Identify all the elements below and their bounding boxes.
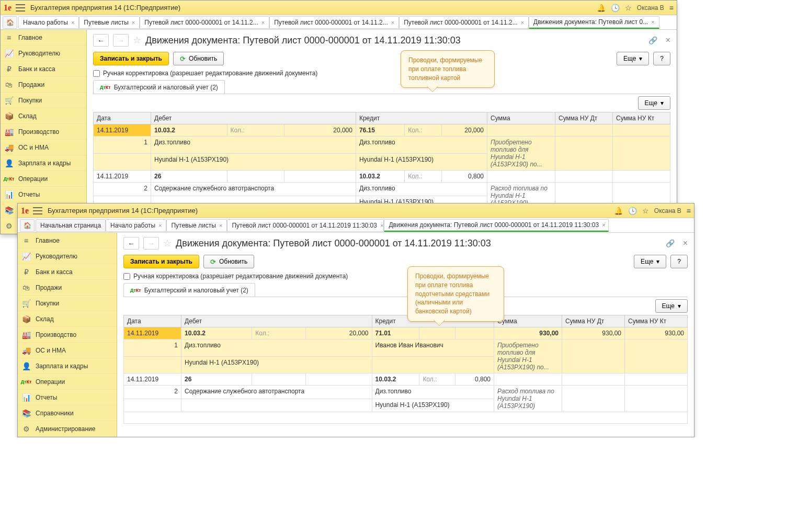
col-sum-nu-kt[interactable]: Сумма НУ Кт bbox=[613, 112, 670, 124]
table-row[interactable]: 1 Диз.топливо Иванов Иван Иванович Приоб… bbox=[124, 339, 688, 357]
col-date[interactable]: Дата bbox=[94, 112, 151, 124]
col-sum-nu-dt[interactable]: Сумма НУ Дт bbox=[555, 112, 613, 124]
back-button[interactable]: ← bbox=[93, 34, 109, 47]
refresh-button[interactable]: ⟳Обновить bbox=[173, 52, 224, 65]
close-icon[interactable]: × bbox=[261, 19, 265, 26]
col-debit[interactable]: Дебет bbox=[181, 315, 372, 327]
home-page-tab[interactable]: Начальная страница bbox=[36, 219, 106, 232]
sidebar-item-warehouse[interactable]: 📦Склад bbox=[1, 108, 86, 124]
more-button[interactable]: Еще ▾ bbox=[634, 255, 666, 268]
col-credit[interactable]: Кредит bbox=[356, 112, 487, 124]
tab-item[interactable]: Путевой лист 0000-000001 от 14.11.2019 1… bbox=[227, 219, 384, 232]
sidebar-item-assets[interactable]: 🚚ОС и НМА bbox=[1, 140, 86, 155]
tab-item-active[interactable]: Движения документа: Путевой лист 0...× bbox=[529, 16, 659, 29]
sidebar-item-admin[interactable]: ⚙Администрирование bbox=[18, 421, 117, 437]
tab-item[interactable]: Путевые листы× bbox=[166, 219, 227, 232]
link-icon[interactable]: 🔗 bbox=[648, 36, 657, 44]
link-icon[interactable]: 🔗 bbox=[666, 239, 675, 247]
sidebar-item-bank[interactable]: ₽Банк и касса bbox=[1, 61, 86, 77]
star-icon[interactable]: ☆ bbox=[625, 4, 632, 12]
bell-icon[interactable]: 🔔 bbox=[614, 207, 623, 215]
tab-item[interactable]: Начало работы× bbox=[18, 16, 79, 29]
close-icon[interactable]: × bbox=[380, 222, 383, 229]
tab-accounting[interactable]: ДтКт Бухгалтерский и налоговый учет (2) bbox=[93, 80, 225, 94]
manual-edit-checkbox[interactable] bbox=[123, 273, 130, 280]
help-button[interactable]: ? bbox=[670, 255, 688, 268]
table-row[interactable]: 2 Содержание служебного автотранспорта Д… bbox=[124, 386, 688, 399]
tab-item[interactable]: Путевой лист 0000-000001 от 14.11.2...× bbox=[269, 16, 399, 29]
history-icon[interactable]: 🕓 bbox=[628, 207, 637, 215]
sidebar-item-bank[interactable]: ₽Банк и касса bbox=[18, 264, 117, 280]
tab-item[interactable]: Начало работы× bbox=[106, 219, 166, 232]
bell-icon[interactable]: 🔔 bbox=[597, 4, 606, 12]
sidebar-item-purchases[interactable]: 🛒Покупки bbox=[18, 296, 117, 311]
col-date[interactable]: Дата bbox=[124, 315, 181, 327]
sidebar-item-manager[interactable]: 📈Руководителю bbox=[18, 248, 117, 264]
table-row[interactable]: 1 Диз.топливо Диз.топливо Приобретено то… bbox=[94, 137, 670, 154]
col-sum-nu-kt[interactable]: Сумма НУ Кт bbox=[625, 315, 688, 327]
save-close-button[interactable]: Записать и закрыть bbox=[93, 52, 169, 65]
close-icon[interactable]: × bbox=[602, 222, 605, 228]
sidebar-item-salary[interactable]: 👤Зарплата и кадры bbox=[18, 358, 117, 374]
refresh-button[interactable]: ⟳Обновить bbox=[203, 255, 254, 268]
close-icon[interactable]: × bbox=[71, 19, 74, 26]
tab-item-active[interactable]: Движения документа: Путевой лист 0000-00… bbox=[384, 219, 609, 232]
forward-button[interactable]: → bbox=[143, 237, 159, 250]
sidebar-item-reports[interactable]: 📊Отчеты bbox=[1, 187, 86, 202]
more-button[interactable]: Еще ▾ bbox=[617, 52, 649, 65]
close-page-icon[interactable]: × bbox=[666, 36, 670, 45]
close-icon[interactable]: × bbox=[158, 222, 162, 229]
menu-icon[interactable] bbox=[33, 207, 42, 214]
table-more-button[interactable]: Еще ▾ bbox=[655, 299, 688, 313]
user-label[interactable]: Оксана В bbox=[654, 207, 681, 214]
sidebar-item-salary[interactable]: 👤Зарплата и кадры bbox=[1, 155, 86, 171]
sidebar-item-operations[interactable]: ДтКтОперации bbox=[18, 374, 117, 390]
sidebar-item-main[interactable]: ≡Главное bbox=[18, 233, 117, 248]
close-icon[interactable]: × bbox=[132, 19, 135, 26]
close-page-icon[interactable]: × bbox=[683, 239, 688, 248]
table-row[interactable]: 14.11.2019 26 10.03.2Кол.:0,800 bbox=[124, 373, 688, 386]
sidebar-item-warehouse[interactable]: 📦Склад bbox=[18, 311, 117, 327]
tab-item[interactable]: Путевой лист 0000-000001 от 14.11.2...× bbox=[399, 16, 529, 29]
tab-accounting[interactable]: ДтКт Бухгалтерский и налоговый учет (2) bbox=[123, 283, 255, 297]
sidebar-item-main[interactable]: ≡Главное bbox=[1, 30, 86, 46]
sidebar-item-operations[interactable]: ДтКтОперации bbox=[1, 171, 86, 187]
filter-icon[interactable]: ≡ bbox=[687, 207, 691, 215]
menu-icon[interactable] bbox=[16, 4, 25, 12]
table-row[interactable]: 14.11.2019 10.03.2Кол.:20,000 76.15Кол.:… bbox=[94, 124, 670, 137]
sidebar-item-reports[interactable]: 📊Отчеты bbox=[18, 390, 117, 405]
sidebar-item-directories[interactable]: 📚Справочники bbox=[18, 405, 117, 421]
forward-button[interactable]: → bbox=[113, 34, 129, 47]
sidebar-item-assets[interactable]: 🚚ОС и НМА bbox=[18, 343, 117, 358]
col-sum[interactable]: Сумма bbox=[487, 112, 555, 124]
sidebar-item-production[interactable]: 🏭Производство bbox=[1, 124, 86, 140]
history-icon[interactable]: 🕓 bbox=[611, 4, 620, 12]
col-sum-nu-dt[interactable]: Сумма НУ Дт bbox=[562, 315, 625, 327]
table-row[interactable]: 14.11.2019 10.03.2Кол.:20,000 71.01 930,… bbox=[124, 327, 688, 339]
favorite-star-icon[interactable]: ☆ bbox=[163, 237, 172, 249]
back-button[interactable]: ← bbox=[123, 237, 139, 250]
table-row[interactable]: 14.11.2019 26 10.03.2Кол.:0,800 bbox=[94, 171, 670, 183]
home-tab-icon[interactable]: 🏠 bbox=[20, 219, 35, 232]
sidebar-item-production[interactable]: 🏭Производство bbox=[18, 327, 117, 343]
save-close-button[interactable]: Записать и закрыть bbox=[123, 255, 199, 268]
tab-item[interactable]: Путевой лист 0000-000001 от 14.11.2...× bbox=[140, 16, 269, 29]
help-button[interactable]: ? bbox=[653, 52, 670, 65]
table-row[interactable]: 2 Содержание служебного автотранспорта Д… bbox=[94, 183, 670, 196]
sidebar-item-manager[interactable]: 📈Руководителю bbox=[1, 46, 86, 61]
sidebar-item-purchases[interactable]: 🛒Покупки bbox=[1, 93, 86, 108]
close-icon[interactable]: × bbox=[651, 19, 654, 25]
table-more-button[interactable]: Еще ▾ bbox=[638, 96, 670, 110]
col-sum[interactable]: Сумма bbox=[494, 315, 562, 327]
manual-edit-checkbox[interactable] bbox=[93, 70, 100, 77]
tab-item[interactable]: Путевые листы× bbox=[79, 16, 140, 29]
close-icon[interactable]: × bbox=[391, 19, 394, 26]
favorite-star-icon[interactable]: ☆ bbox=[133, 35, 141, 46]
star-icon[interactable]: ☆ bbox=[642, 207, 649, 215]
close-icon[interactable]: × bbox=[219, 222, 222, 229]
col-debit[interactable]: Дебет bbox=[151, 112, 356, 124]
home-tab-icon[interactable]: 🏠 bbox=[3, 16, 17, 29]
sidebar-item-sales[interactable]: 🛍Продажи bbox=[1, 77, 86, 93]
sidebar-item-sales[interactable]: 🛍Продажи bbox=[18, 280, 117, 296]
close-icon[interactable]: × bbox=[521, 19, 524, 26]
